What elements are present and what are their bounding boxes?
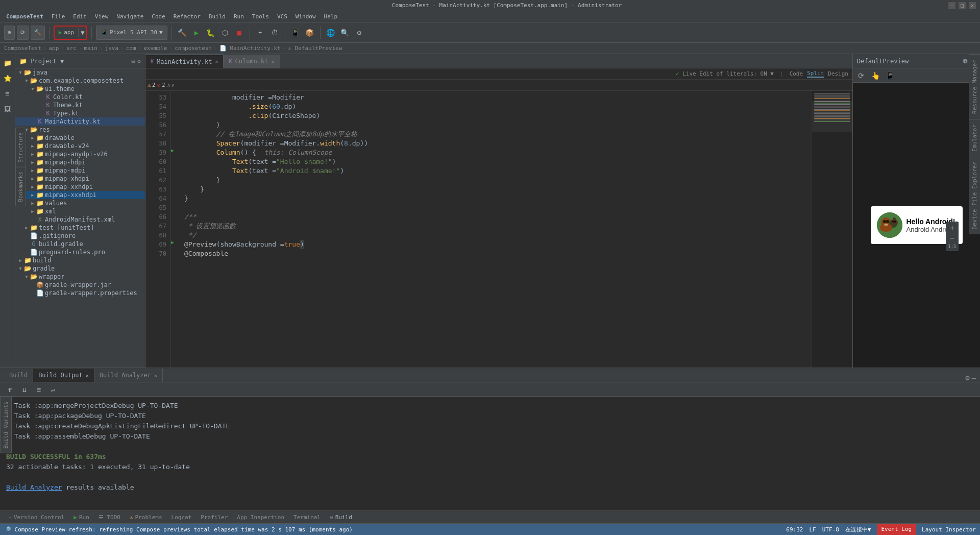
minimize-button[interactable]: — [948,2,955,9]
menu-run[interactable]: Run [230,12,248,21]
tab-column[interactable]: K Column.kt ✕ [224,55,280,68]
build-output-close[interactable]: ✕ [86,373,89,378]
status-event-log[interactable]: Event Log [877,524,916,535]
split-view-btn[interactable]: Split [807,70,824,78]
build-scroll-end-icon[interactable]: ⇊ [18,383,31,396]
tab-build-output[interactable]: Build Output ✕ [33,369,94,382]
tree-node-drawable[interactable]: ▶ 📁 drawable [15,134,145,142]
tree-node-gradle-wrapper-props[interactable]: 📄 gradle-wrapper.properties [15,289,145,297]
breadcrumb-com[interactable]: com [126,45,136,52]
resource-manager-tab[interactable]: Resource Manager [969,54,980,119]
tab-logcat[interactable]: Logcat [167,512,196,523]
zoom-out-button[interactable]: − [948,234,956,242]
status-position[interactable]: 69:32 [786,526,803,533]
breadcrumb-composetest[interactable]: ComposeTest [4,45,41,52]
tree-node-drawable-v24[interactable]: ▶ 📁 drawable-v24 [15,142,145,150]
menu-view[interactable]: View [91,12,113,21]
status-message[interactable]: 🔎 Compose Preview refresh: refreshing Co… [4,526,353,533]
run-app-button[interactable]: ▶ app [55,28,79,37]
settings-icon[interactable]: ⚙ [137,58,141,65]
profiler-button[interactable]: ⏱ [268,27,281,39]
gutter-run-69[interactable]: ▶ [171,238,180,247]
tree-node-mipmap-xxhdpi[interactable]: ▶ 📁 mipmap-xxhdpi [15,183,145,191]
emulator-tab[interactable]: Emulator [969,119,980,157]
status-connection[interactable]: 在连接中▼ [845,526,871,533]
collapse-all-icon[interactable]: ⊟ [132,58,135,65]
build-settings-icon[interactable]: ⚙ [965,374,969,382]
tree-node-uitheme[interactable]: ▼ 📂 ui.theme [15,85,145,93]
tree-node-themekt[interactable]: K Theme.kt [15,101,145,109]
tree-node-colorkt[interactable]: K Color.kt [15,93,145,101]
tree-node-proguard[interactable]: 📄 proguard-rules.pro [15,248,145,256]
device-selector[interactable]: 📱 Pixel 5 API 30 ▼ [96,26,167,40]
breadcrumb-composetest-pkg[interactable]: composetest [175,45,212,52]
bookmarks-tab[interactable]: Bookmarks [16,167,26,206]
preview-deploy-icon[interactable]: 📱 [884,69,896,82]
breadcrumb-java[interactable]: java [105,45,119,52]
build-analyzer-close[interactable]: ✕ [154,373,157,378]
tree-node-gitignore[interactable]: 📄 .gitignore [15,232,145,240]
coverage-button[interactable]: ☂ [254,27,266,39]
resource-manager-icon[interactable]: 🖼 [1,102,14,115]
breadcrumb-app[interactable]: app [48,45,59,52]
tree-node-res[interactable]: ▼ 📂 res [15,126,145,134]
avd-manager-button[interactable]: 📱 [289,27,302,39]
preview-expand-icon[interactable]: ⧉ [963,58,968,65]
breadcrumb-src[interactable]: src [66,45,77,52]
preview-refresh-icon[interactable]: ⟳ [855,69,867,82]
tree-node-package[interactable]: ▼ 📂 com.example.composetest [15,77,145,85]
run-build-button[interactable]: 🔨 [31,26,45,40]
preview-interactive-icon[interactable]: 👆 [869,69,881,82]
run-button[interactable]: ▶ [190,27,203,39]
tree-node-gradle-wrapper-jar[interactable]: 📦 gradle-wrapper.jar [15,281,145,289]
zoom-in-button[interactable]: + [948,224,956,232]
tab-build[interactable]: Build [4,369,33,382]
menu-navigate[interactable]: Navigate [112,12,148,21]
tab-profiler[interactable]: Profiler [197,512,232,523]
close-button[interactable]: ✕ [969,2,976,9]
build-scroll-top-icon[interactable]: ⇈ [4,383,16,396]
status-line-separator[interactable]: LF [809,526,816,533]
breadcrumb-main[interactable]: main [84,45,97,52]
tree-node-build[interactable]: ▶ 📁 build [15,256,145,264]
gutter-run-59[interactable]: ▶ [171,146,180,155]
structure-tab[interactable]: Structure [16,128,26,167]
menu-help[interactable]: Help [320,12,342,21]
code-view-btn[interactable]: Code [790,70,803,77]
build-analyzer-link[interactable]: Build Analyzer [6,483,62,491]
stop-button[interactable]: ■ [233,27,246,39]
prev-error-icon[interactable]: ∧ [167,82,170,88]
build-variants-tab[interactable]: Build Variants [0,397,12,453]
tab-terminal[interactable]: Terminal [289,512,325,523]
tree-node-mainactivitykt[interactable]: K MainActivity.kt [15,117,145,126]
tree-node-mipmap-anydpi[interactable]: ▶ 📁 mipmap-anydpi-v26 [15,150,145,158]
tree-node-mipmap-mdpi[interactable]: ▶ 📁 mipmap-mdpi [15,166,145,175]
next-error-icon[interactable]: ∨ [172,82,175,88]
menu-code[interactable]: Code [148,12,169,21]
search-button[interactable]: 🔍 [339,27,351,39]
status-encoding[interactable]: UTF-8 [822,526,839,533]
menu-vcs[interactable]: VCS [273,12,291,21]
tab-build-bottom[interactable]: ⚒ Build [326,512,356,523]
tree-node-androidmanifest[interactable]: X AndroidManifest.xml [15,215,145,224]
project-structure-button[interactable]: ⚙ [4,26,15,40]
debug-button[interactable]: 🐛 [205,27,217,39]
tree-node-xml[interactable]: ▶ 📁 xml [15,207,145,215]
run-dropdown-button[interactable]: ▼ [78,28,86,37]
menu-file[interactable]: File [47,12,69,21]
menu-refactor[interactable]: Refactor [169,12,205,21]
breadcrumb-defaultpreview[interactable]: ⚠ DefaultPreview [288,45,342,52]
tree-node-mipmap-xxxhdpi[interactable]: ▶ 📁 mipmap-xxxhdpi [15,191,145,199]
attach-debugger-button[interactable]: ⬡ [219,27,231,39]
tab-version-control[interactable]: ⑂ Version Control [4,512,68,523]
tab-close-icon[interactable]: ✕ [215,59,218,64]
tree-node-java[interactable]: ▼ 📂 java [15,68,145,77]
favorites-icon[interactable]: ⭐ [1,71,14,85]
build-filter-icon[interactable]: ≡ [33,383,45,396]
error-badge[interactable]: ⊘ 2 [157,82,165,88]
code-editor[interactable]: modifier = Modifier .size(60.dp) .clip(C… [180,91,812,368]
menu-edit[interactable]: Edit [69,12,91,21]
tab-mainactivity[interactable]: K MainActivity.kt ✕ [145,55,224,68]
sync-project-button[interactable]: ⟳ [17,26,29,40]
zoom-fit-button[interactable]: 1:1 [948,244,956,249]
